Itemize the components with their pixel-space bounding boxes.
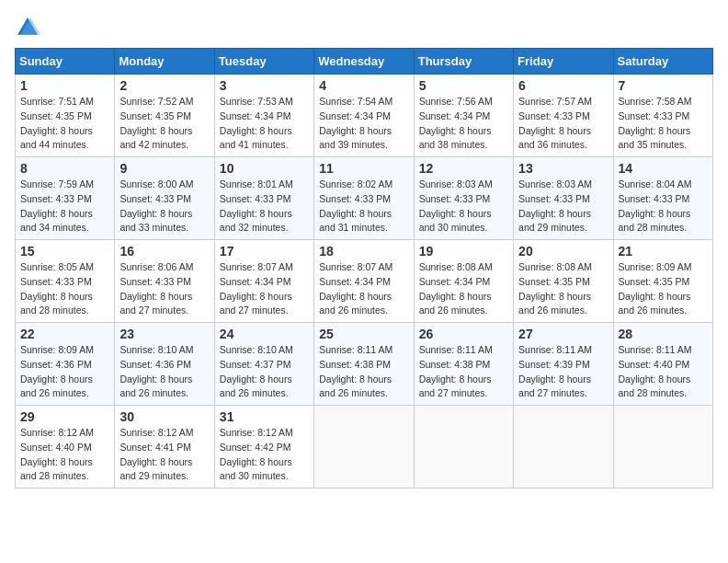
sunrise-label: Sunrise: 8:12 AM: [220, 427, 293, 438]
calendar-cell: 29 Sunrise: 8:12 AM Sunset: 4:40 PM Dayl…: [16, 406, 115, 488]
daylight-label: Daylight: 8 hours and 29 minutes.: [518, 208, 591, 234]
daylight-label: Daylight: 8 hours and 28 minutes.: [619, 373, 691, 399]
day-info: Sunrise: 8:00 AM Sunset: 4:33 PM Dayligh…: [119, 178, 209, 236]
daylight-label: Daylight: 8 hours and 28 minutes.: [619, 208, 691, 234]
day-info: Sunrise: 8:07 AM Sunset: 4:34 PM Dayligh…: [220, 260, 309, 318]
day-number: 9: [119, 161, 209, 176]
day-number: 2: [119, 78, 209, 93]
day-number: 8: [20, 161, 109, 176]
day-number: 20: [518, 244, 608, 259]
sunrise-label: Sunrise: 8:09 AM: [619, 261, 692, 272]
daylight-label: Daylight: 8 hours and 29 minutes.: [119, 456, 192, 482]
calendar-cell: 5 Sunrise: 7:56 AM Sunset: 4:34 PM Dayli…: [414, 75, 513, 157]
day-number: 28: [619, 327, 708, 341]
daylight-label: Daylight: 8 hours and 39 minutes.: [319, 125, 392, 151]
day-info: Sunrise: 8:02 AM Sunset: 4:33 PM Dayligh…: [319, 178, 408, 236]
day-number: 7: [619, 78, 708, 93]
sunset-label: Sunset: 4:39 PM: [518, 359, 590, 370]
calendar-cell: 2 Sunrise: 7:52 AM Sunset: 4:35 PM Dayli…: [115, 75, 214, 157]
sunrise-label: Sunrise: 7:58 AM: [619, 96, 692, 107]
sunset-label: Sunset: 4:33 PM: [518, 193, 590, 204]
daylight-label: Daylight: 8 hours and 27 minutes.: [419, 373, 492, 399]
calendar-cell: [314, 406, 414, 488]
calendar-cell: [613, 406, 712, 488]
calendar-table: SundayMondayTuesdayWednesdayThursdayFrid…: [15, 48, 713, 488]
day-number: 1: [20, 78, 109, 93]
day-info: Sunrise: 8:11 AM Sunset: 4:38 PM Dayligh…: [419, 343, 508, 401]
day-info: Sunrise: 7:52 AM Sunset: 4:35 PM Dayligh…: [119, 95, 209, 153]
calendar-cell: 14 Sunrise: 8:04 AM Sunset: 4:33 PM Dayl…: [613, 157, 712, 240]
daylight-label: Daylight: 8 hours and 34 minutes.: [20, 208, 93, 234]
sunset-label: Sunset: 4:34 PM: [220, 110, 291, 121]
day-info: Sunrise: 8:12 AM Sunset: 4:40 PM Dayligh…: [20, 426, 109, 484]
calendar-cell: 13 Sunrise: 8:03 AM Sunset: 4:33 PM Dayl…: [514, 157, 613, 240]
daylight-label: Daylight: 8 hours and 26 minutes.: [518, 291, 591, 316]
calendar-cell: 30 Sunrise: 8:12 AM Sunset: 4:41 PM Dayl…: [115, 406, 214, 488]
day-number: 29: [20, 409, 109, 424]
calendar-cell: 16 Sunrise: 8:06 AM Sunset: 4:33 PM Dayl…: [115, 240, 214, 323]
day-info: Sunrise: 7:59 AM Sunset: 4:33 PM Dayligh…: [20, 178, 109, 236]
calendar-cell: 12 Sunrise: 8:03 AM Sunset: 4:33 PM Dayl…: [414, 157, 513, 240]
sunset-label: Sunset: 4:33 PM: [319, 193, 391, 204]
day-info: Sunrise: 8:09 AM Sunset: 4:36 PM Dayligh…: [20, 343, 109, 401]
weekday-header-sunday: Sunday: [16, 49, 115, 75]
day-info: Sunrise: 8:01 AM Sunset: 4:33 PM Dayligh…: [220, 178, 309, 236]
day-info: Sunrise: 7:54 AM Sunset: 4:34 PM Dayligh…: [319, 95, 408, 153]
sunrise-label: Sunrise: 7:54 AM: [319, 96, 392, 107]
day-number: 18: [319, 244, 408, 259]
daylight-label: Daylight: 8 hours and 26 minutes.: [220, 373, 292, 399]
day-info: Sunrise: 7:56 AM Sunset: 4:34 PM Dayligh…: [419, 95, 508, 153]
calendar-cell: [414, 406, 513, 488]
day-number: 15: [20, 244, 109, 259]
sunset-label: Sunset: 4:35 PM: [518, 276, 590, 287]
weekday-header-friday: Friday: [514, 49, 613, 75]
day-info: Sunrise: 8:08 AM Sunset: 4:35 PM Dayligh…: [518, 260, 608, 318]
calendar-week-1: 1 Sunrise: 7:51 AM Sunset: 4:35 PM Dayli…: [16, 75, 713, 157]
sunset-label: Sunset: 4:36 PM: [20, 359, 92, 370]
daylight-label: Daylight: 8 hours and 33 minutes.: [119, 208, 192, 234]
sunrise-label: Sunrise: 7:59 AM: [20, 178, 94, 190]
day-number: 27: [518, 327, 608, 341]
sunrise-label: Sunrise: 8:07 AM: [319, 261, 392, 272]
sunrise-label: Sunrise: 8:11 AM: [619, 344, 692, 355]
daylight-label: Daylight: 8 hours and 26 minutes.: [20, 373, 93, 399]
day-info: Sunrise: 8:09 AM Sunset: 4:35 PM Dayligh…: [619, 260, 708, 318]
sunrise-label: Sunrise: 8:08 AM: [518, 261, 592, 272]
day-info: Sunrise: 8:10 AM Sunset: 4:37 PM Dayligh…: [220, 343, 309, 401]
calendar-cell: 20 Sunrise: 8:08 AM Sunset: 4:35 PM Dayl…: [514, 240, 613, 323]
sunrise-label: Sunrise: 8:01 AM: [220, 178, 293, 190]
day-number: 24: [220, 327, 309, 341]
sunrise-label: Sunrise: 8:11 AM: [419, 344, 493, 355]
sunrise-label: Sunrise: 8:12 AM: [20, 427, 94, 438]
calendar-cell: 21 Sunrise: 8:09 AM Sunset: 4:35 PM Dayl…: [613, 240, 712, 323]
sunrise-label: Sunrise: 8:02 AM: [319, 178, 392, 190]
sunset-label: Sunset: 4:33 PM: [119, 276, 191, 287]
day-info: Sunrise: 8:04 AM Sunset: 4:33 PM Dayligh…: [619, 178, 708, 236]
day-number: 30: [119, 409, 209, 424]
calendar-week-2: 8 Sunrise: 7:59 AM Sunset: 4:33 PM Dayli…: [16, 157, 713, 240]
sunrise-label: Sunrise: 8:11 AM: [319, 344, 392, 355]
calendar-cell: 11 Sunrise: 8:02 AM Sunset: 4:33 PM Dayl…: [314, 157, 414, 240]
sunset-label: Sunset: 4:33 PM: [518, 110, 590, 121]
daylight-label: Daylight: 8 hours and 30 minutes.: [220, 456, 292, 482]
day-info: Sunrise: 8:11 AM Sunset: 4:40 PM Dayligh…: [619, 343, 708, 401]
sunrise-label: Sunrise: 8:00 AM: [119, 178, 193, 190]
sunset-label: Sunset: 4:33 PM: [20, 193, 92, 204]
calendar-cell: 28 Sunrise: 8:11 AM Sunset: 4:40 PM Dayl…: [613, 323, 712, 406]
sunrise-label: Sunrise: 7:57 AM: [518, 96, 592, 107]
daylight-label: Daylight: 8 hours and 26 minutes.: [319, 291, 392, 316]
daylight-label: Daylight: 8 hours and 35 minutes.: [619, 125, 691, 151]
sunset-label: Sunset: 4:33 PM: [619, 110, 690, 121]
day-info: Sunrise: 8:12 AM Sunset: 4:42 PM Dayligh…: [220, 426, 309, 484]
weekday-header-tuesday: Tuesday: [214, 49, 313, 75]
sunset-label: Sunset: 4:35 PM: [119, 110, 191, 121]
day-number: 5: [419, 78, 508, 93]
day-info: Sunrise: 8:07 AM Sunset: 4:34 PM Dayligh…: [319, 260, 408, 318]
page-header: [15, 15, 713, 40]
calendar-cell: 10 Sunrise: 8:01 AM Sunset: 4:33 PM Dayl…: [214, 157, 313, 240]
day-number: 26: [419, 327, 508, 341]
calendar-cell: 25 Sunrise: 8:11 AM Sunset: 4:38 PM Dayl…: [314, 323, 414, 406]
sunrise-label: Sunrise: 8:11 AM: [518, 344, 592, 355]
day-info: Sunrise: 8:08 AM Sunset: 4:34 PM Dayligh…: [419, 260, 508, 318]
day-info: Sunrise: 8:12 AM Sunset: 4:41 PM Dayligh…: [119, 426, 209, 484]
